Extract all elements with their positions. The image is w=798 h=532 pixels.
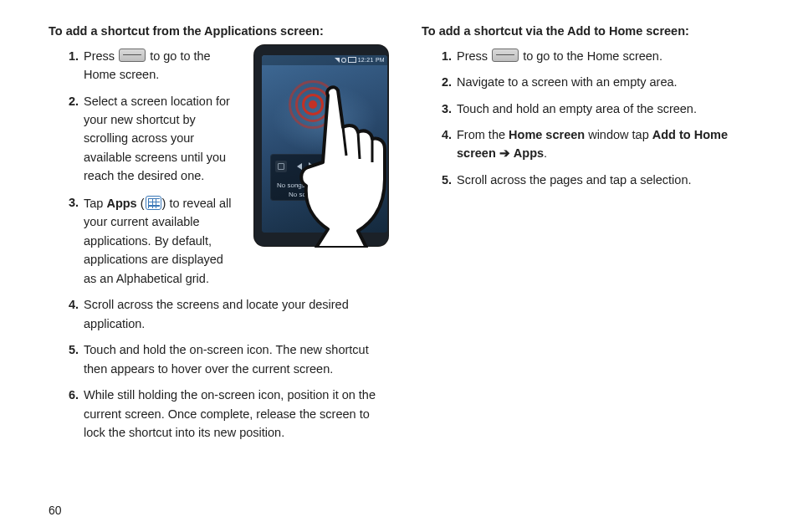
right-step-1: 1. Press to go to the Home screen. [457,47,766,65]
text: Touch and hold an empty area of the scre… [457,102,697,115]
right-step-5: 5. Scroll across the pages and tap a sel… [457,171,766,189]
text: ( [141,197,145,210]
text: Navigate to a screen with an empty area. [457,75,678,89]
right-steps: 1. Press to go to the Home screen. 2. Na… [422,47,766,190]
text: Touch and hold the on-screen icon. The n… [84,343,369,375]
text: Tap [84,197,106,210]
right-step-3: 3. Touch and hold an empty area of the s… [457,100,766,118]
two-column-layout: To add a shortcut from the Applications … [49,23,766,519]
text: From the [457,128,509,141]
apps-label: Apps [514,146,544,160]
apps-label: Apps [106,197,136,210]
text: Scroll across the pages and tap a select… [457,173,692,187]
left-step-1: 1. Press to go to the Home screen. [84,47,393,84]
page-number: 60 [49,504,62,517]
left-heading: To add a shortcut from the Applications … [49,23,393,40]
text: Press [457,49,491,63]
manual-page: To add a shortcut from the Applications … [0,0,798,532]
left-step-5: 5. Touch and hold the on-screen icon. Th… [84,340,393,378]
left-step-3: 3. Tap Apps () to reveal all your curren… [84,193,393,288]
left-step-2: 2. Select a screen location for your new… [84,92,393,186]
left-step-4: 4. Scroll across the screens and locate … [84,295,393,333]
right-column: To add a shortcut via the Add to Home sc… [422,23,766,519]
text: . [544,146,547,160]
text: Select a screen location for your new sh… [84,92,393,186]
apps-grid-icon [146,196,161,210]
right-step-2: 2. Navigate to a screen with an empty ar… [457,73,766,91]
right-heading: To add a shortcut via the Add to Home sc… [422,23,766,40]
left-step-6: 6. While still holding the on-screen ico… [84,386,393,442]
left-column: To add a shortcut from the Applications … [49,23,393,519]
right-step-4: 4. From the Home screen window tap Add t… [457,125,766,163]
text: Press [84,49,118,63]
home-screen-label: Home screen [509,128,585,141]
text: window tap [588,128,652,141]
home-button-icon [119,49,146,62]
text: to go to the Home screen. [523,49,662,63]
text: Scroll across the screens and locate you… [84,298,349,330]
arrow-right-icon: ➔ [499,146,510,160]
home-button-icon [492,49,519,62]
left-steps: 1. Press to go to the Home screen. 2. Se… [49,47,393,442]
text: While still holding the on-screen icon, … [84,388,376,439]
